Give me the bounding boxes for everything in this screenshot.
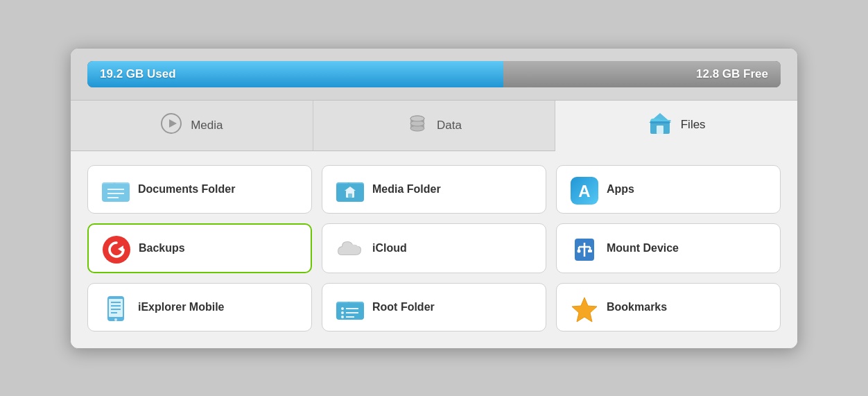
tab-files[interactable]: Files (555, 101, 797, 151)
backups-label: Backups (139, 242, 185, 255)
storage-free-label: 12.8 GB Free (696, 67, 768, 81)
storage-used: 19.2 GB Used (87, 61, 503, 87)
icloud-icon (335, 234, 363, 262)
tabs-container: Media Data (71, 101, 797, 151)
media-folder-label: Media Folder (372, 183, 441, 196)
tab-media-label: Media (191, 119, 223, 132)
apps-label: Apps (607, 183, 634, 196)
svg-rect-18 (348, 193, 352, 198)
icloud-label: iCloud (372, 242, 407, 255)
files-house-icon (648, 112, 672, 139)
svg-point-36 (114, 318, 117, 321)
svg-point-40 (341, 311, 344, 314)
svg-rect-9 (657, 126, 663, 134)
svg-point-38 (341, 307, 344, 310)
svg-point-21 (103, 236, 130, 264)
grid-item-media-folder[interactable]: Media Folder (322, 165, 546, 214)
svg-point-42 (341, 316, 344, 318)
documents-folder-icon (101, 175, 128, 203)
svg-rect-31 (109, 299, 123, 317)
grid-item-icloud[interactable]: iCloud (322, 223, 546, 273)
main-window: 19.2 GB Used 12.8 GB Free Media (70, 48, 798, 349)
grid-item-backups[interactable]: Backups (87, 223, 312, 273)
tab-data-label: Data (437, 119, 462, 132)
root-folder-label: Root Folder (372, 301, 435, 313)
grid-item-root-folder[interactable]: Root Folder (322, 283, 546, 332)
backups-icon (101, 234, 129, 262)
storage-used-label: 19.2 GB Used (100, 67, 176, 81)
tab-media[interactable]: Media (71, 101, 313, 150)
svg-marker-44 (572, 298, 597, 322)
storage-bar-container: 19.2 GB Used 12.8 GB Free (71, 49, 797, 101)
files-grid: Documents Folder Media Folder (71, 151, 797, 348)
mount-device-icon (569, 234, 597, 262)
grid-item-documents-folder[interactable]: Documents Folder (87, 165, 312, 214)
grid-item-bookmarks[interactable]: Bookmarks (556, 283, 781, 332)
grid-item-apps[interactable]: A Apps (556, 165, 781, 214)
iexplorer-mobile-icon (101, 293, 128, 321)
tab-data[interactable]: Data (313, 101, 556, 150)
root-folder-icon (335, 293, 363, 321)
iexplorer-mobile-label: iExplorer Mobile (138, 301, 224, 313)
svg-rect-11 (102, 182, 130, 202)
grid-item-mount-device[interactable]: Mount Device (556, 223, 781, 273)
media-folder-icon (335, 175, 363, 203)
mount-device-label: Mount Device (607, 242, 679, 255)
svg-point-6 (410, 116, 424, 121)
storage-bar: 19.2 GB Used 12.8 GB Free (87, 61, 781, 87)
svg-point-27 (578, 249, 581, 252)
bookmarks-icon (569, 293, 597, 321)
media-play-icon (160, 112, 182, 138)
svg-text:A: A (578, 182, 590, 200)
svg-marker-1 (169, 119, 177, 128)
documents-folder-label: Documents Folder (138, 183, 235, 196)
data-db-icon (406, 112, 428, 138)
bookmarks-label: Bookmarks (607, 301, 667, 313)
grid-item-iexplorer-mobile[interactable]: iExplorer Mobile (87, 283, 312, 332)
apps-icon: A (569, 175, 597, 203)
storage-free: 12.8 GB Free (503, 61, 781, 87)
tab-files-label: Files (681, 118, 706, 132)
svg-rect-29 (588, 250, 592, 252)
